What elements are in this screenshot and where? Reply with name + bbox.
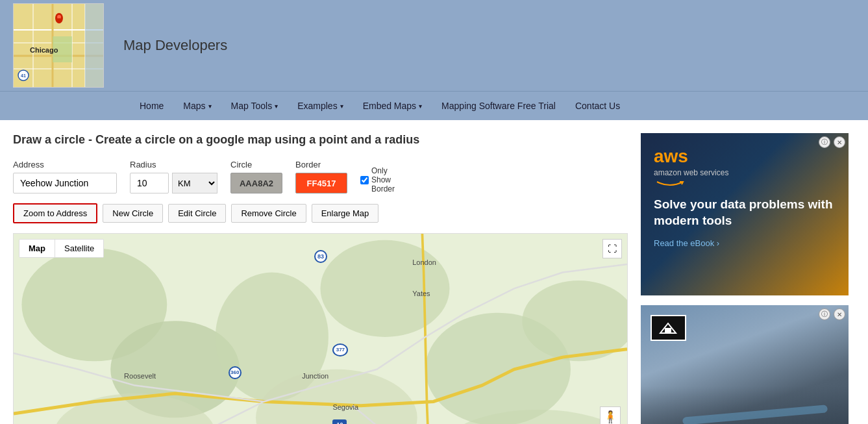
svg-text:Chicago: Chicago (30, 46, 58, 54)
road-badge-360: 360 (229, 366, 242, 379)
circle-label: Circle (230, 160, 282, 169)
second-ad-close-button[interactable]: ✕ (834, 308, 845, 320)
svg-rect-28 (665, 328, 671, 333)
address-input[interactable] (13, 173, 117, 193)
only-show-border-text: OnlyShowBorder (371, 166, 395, 193)
remove-circle-button[interactable]: Remove Circle (231, 204, 306, 223)
nav-maps[interactable]: Maps ▾ (173, 101, 221, 111)
aws-tagline: amazon web services (654, 168, 836, 177)
aws-headline: Solve your data problems with modern too… (654, 197, 836, 229)
main-nav: Home Maps ▾ Map Tools ▾ Examples ▾ Embed… (0, 91, 868, 120)
label-segovia: Segovia (332, 403, 358, 411)
address-group: Address (13, 160, 117, 193)
form-row: Address Radius KM Miles Meters Feet (13, 160, 628, 193)
fullscreen-button[interactable]: ⛶ (602, 239, 622, 258)
edit-circle-button[interactable]: Edit Circle (168, 204, 226, 223)
new-circle-button[interactable]: New Circle (103, 204, 163, 223)
radius-group: Radius KM Miles Meters Feet (130, 160, 217, 193)
radius-inputs: KM Miles Meters Feet (130, 173, 217, 193)
border-color-swatch[interactable]: FF4517 (295, 173, 347, 193)
sidebar: ⓘ ✕ aws amazon web services Solve your d… (641, 133, 855, 424)
map-tab-map[interactable]: Map (19, 240, 55, 257)
content-area: Draw a circle - Create a circle on a goo… (13, 133, 628, 424)
ad-info-button[interactable]: ⓘ (819, 136, 830, 148)
label-junction: Junction (302, 372, 329, 380)
nav-map-tools[interactable]: Map Tools ▾ (221, 101, 288, 111)
circle-color-group: Circle AAA8A2 (230, 160, 282, 193)
label-london: London (412, 258, 436, 266)
nav-embed-maps[interactable]: Embed Maps ▾ (353, 101, 432, 111)
only-show-border-checkbox[interactable] (360, 176, 369, 184)
main-content: Draw a circle - Create a circle on a goo… (0, 120, 868, 424)
only-show-border-group: OnlyShowBorder (360, 166, 395, 193)
second-ad-controls: ⓘ ✕ (819, 308, 845, 320)
map-tab-satellite[interactable]: Satellite (55, 240, 103, 257)
chevron-down-icon: ▾ (419, 103, 422, 110)
border-label: Border (295, 160, 347, 169)
radius-label: Radius (130, 160, 217, 169)
street-view-button[interactable]: 🧍 (600, 406, 621, 424)
fullscreen-icon: ⛶ (608, 243, 617, 254)
second-ad-block: ⓘ ✕ (641, 305, 849, 424)
highway-badge-10: 10 (332, 419, 347, 424)
svg-point-22 (321, 240, 450, 337)
aws-cta[interactable]: Read the eBook › (654, 238, 836, 248)
svg-rect-10 (85, 4, 104, 88)
second-ad-logo (651, 315, 686, 341)
second-ad-content (641, 305, 849, 424)
svg-text:41: 41 (21, 73, 26, 78)
only-show-border-checkbox-row: OnlyShowBorder (360, 166, 395, 193)
road-badge-377: 377 (332, 343, 348, 356)
address-label: Address (13, 160, 117, 169)
header-map-thumbnail: Chicago 41 (13, 3, 104, 88)
map-tab-buttons: Map Satellite (19, 239, 104, 258)
ad-controls: ⓘ ✕ (819, 136, 845, 148)
enlarge-map-button[interactable]: Enlarge Map (312, 204, 379, 223)
border-color-group: Border FF4517 (295, 160, 347, 193)
nav-home[interactable]: Home (130, 101, 173, 111)
label-roosevelt: Roosevelt (124, 372, 156, 380)
aws-ad-block: ⓘ ✕ aws amazon web services Solve your d… (641, 133, 849, 295)
aws-ad-content: aws amazon web services Solve your data … (641, 133, 849, 295)
chevron-down-icon: ▾ (208, 103, 212, 110)
nav-mapping-software[interactable]: Mapping Software Free Trial (432, 101, 565, 111)
nav-contact-us[interactable]: Contact Us (565, 101, 630, 111)
nav-examples[interactable]: Examples ▾ (288, 101, 353, 111)
map-container[interactable]: Map Satellite ⛶ London Yates Roosevelt J… (13, 233, 628, 424)
zoom-to-address-button[interactable]: Zoom to Address (13, 203, 97, 223)
second-ad-info-button[interactable]: ⓘ (819, 308, 830, 320)
page-title: Draw a circle - Create a circle on a goo… (13, 133, 628, 147)
chevron-down-icon: ▾ (275, 103, 278, 110)
header: Chicago 41 Map Developers (0, 0, 868, 91)
buttons-row: Zoom to Address New Circle Edit Circle R… (13, 203, 628, 223)
circle-color-swatch[interactable]: AAA8A2 (230, 173, 282, 193)
ad-close-button[interactable]: ✕ (834, 136, 845, 148)
radius-unit-select[interactable]: KM Miles Meters Feet (172, 173, 217, 193)
radius-input[interactable] (130, 173, 169, 193)
chevron-down-icon: ▾ (340, 103, 343, 110)
label-yates: Yates (412, 290, 430, 297)
site-title: Map Developers (123, 37, 227, 54)
person-icon: 🧍 (603, 410, 617, 424)
aws-logo: aws amazon web services (654, 146, 836, 177)
